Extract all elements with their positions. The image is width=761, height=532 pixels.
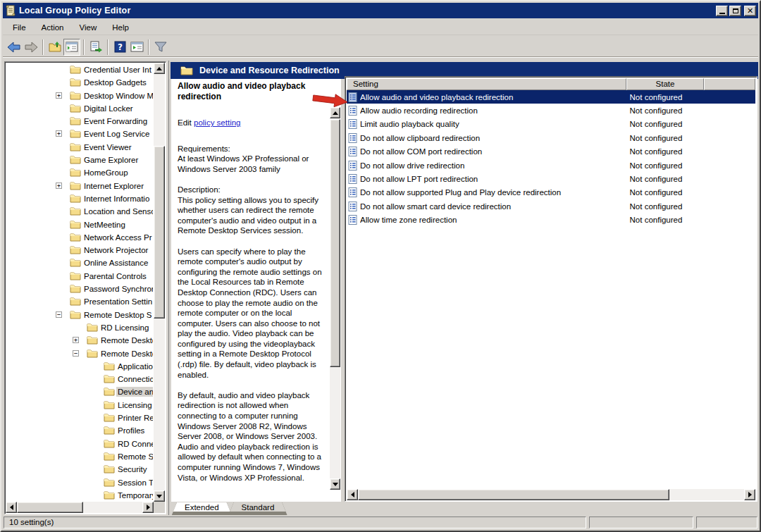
- menu-help[interactable]: Help: [109, 22, 132, 33]
- tree-item-label[interactable]: Game Explorer: [82, 155, 140, 165]
- tree-item-label[interactable]: Application: [116, 361, 153, 371]
- setting-name[interactable]: Allow audio recording redirection: [360, 106, 619, 115]
- tree-item-label[interactable]: Temporary: [116, 490, 153, 500]
- settings-list-row[interactable]: Do not allow COM port redirectionNot con…: [347, 145, 755, 159]
- tree-item-label[interactable]: Session Tin: [116, 478, 153, 488]
- tree-item[interactable]: RD Licensing: [6, 321, 153, 334]
- tree-item-label[interactable]: Security: [116, 464, 149, 474]
- description-vertical-scrollbar[interactable]: [330, 107, 340, 490]
- up-one-level-button[interactable]: [47, 39, 63, 56]
- tree-item[interactable]: Presentation Settin: [6, 295, 153, 308]
- setting-name[interactable]: Do not allow drive redirection: [360, 161, 619, 170]
- tree-item[interactable]: Printer Rec: [6, 412, 153, 424]
- tree-item[interactable]: +Remote Deskto: [6, 334, 153, 347]
- tree-item-label[interactable]: Remote Deskto: [99, 349, 153, 359]
- tree-item-label[interactable]: Desktop Window M: [82, 91, 153, 101]
- tree-item-label[interactable]: Remote Deskto: [99, 335, 153, 345]
- maximize-button[interactable]: [729, 6, 741, 16]
- tree-item[interactable]: Internet Informatio: [6, 192, 153, 205]
- setting-name[interactable]: Do not allow LPT port redirection: [360, 175, 619, 183]
- tree-item[interactable]: Security: [6, 463, 153, 476]
- scroll-left-button[interactable]: [6, 502, 17, 513]
- tree-item-label[interactable]: Credential User Int: [82, 65, 153, 75]
- settings-list-row[interactable]: Do not allow LPT port redirectionNot con…: [347, 172, 755, 185]
- tree-item[interactable]: Device and: [6, 385, 153, 398]
- tree-item[interactable]: Connection: [6, 373, 153, 385]
- menu-view[interactable]: View: [76, 22, 101, 33]
- settings-list-row[interactable]: Allow audio recording redirectionNot con…: [347, 104, 755, 117]
- tree-item[interactable]: +Desktop Window M: [6, 89, 153, 102]
- tree-item[interactable]: Event Viewer: [6, 141, 153, 154]
- tree-item-label[interactable]: RD Connec: [116, 439, 153, 449]
- scroll-up-button[interactable]: [154, 63, 165, 74]
- tree-item[interactable]: Event Forwarding: [6, 115, 153, 128]
- forward-button[interactable]: [23, 39, 39, 56]
- settings-list-row[interactable]: Limit audio playback qualityNot configur…: [347, 118, 755, 131]
- scrollbar-thumb[interactable]: [17, 502, 83, 513]
- tree-item-label[interactable]: Network Access Pr: [82, 233, 153, 242]
- tree-item-label[interactable]: RD Licensing: [99, 323, 150, 333]
- tree-item[interactable]: Location and Senso: [6, 205, 153, 218]
- tree-item-label[interactable]: Parental Controls: [82, 271, 148, 281]
- show-console-tree-button[interactable]: [63, 39, 80, 56]
- tree-item[interactable]: −Remote Desktop S: [6, 309, 153, 321]
- back-button[interactable]: [6, 39, 23, 56]
- tree-item-label[interactable]: Event Viewer: [82, 142, 133, 152]
- help-button[interactable]: ?: [111, 39, 128, 56]
- tree-item-label[interactable]: HomeGroup: [82, 168, 130, 178]
- tree-item[interactable]: Desktop Gadgets: [6, 76, 153, 89]
- tree-item-label[interactable]: Printer Rec: [116, 413, 153, 423]
- setting-name[interactable]: Limit audio playback quality: [360, 120, 619, 128]
- expand-plus-icon[interactable]: +: [56, 183, 62, 189]
- tree-item[interactable]: −Remote Deskto: [6, 347, 153, 360]
- settings-list-row[interactable]: Do not allow clipboard redirectionNot co…: [347, 131, 755, 144]
- tree-item[interactable]: Password Synchron: [6, 283, 153, 295]
- tree-item[interactable]: Credential User Int: [6, 63, 153, 76]
- settings-list-row[interactable]: Allow audio and video playback redirecti…: [347, 90, 755, 104]
- tree-item[interactable]: Digital Locker: [6, 102, 153, 115]
- title-bar[interactable]: Local Group Policy Editor ✕: [3, 3, 758, 18]
- scroll-right-button[interactable]: [744, 489, 755, 500]
- expand-plus-icon[interactable]: +: [56, 92, 62, 99]
- tree-item[interactable]: +Internet Explorer: [6, 180, 153, 192]
- tree-item-label[interactable]: Internet Explorer: [82, 181, 145, 191]
- tab-extended[interactable]: Extended: [172, 501, 232, 512]
- tree-item[interactable]: Remote Se: [6, 450, 153, 463]
- tree-item[interactable]: Session Tin: [6, 476, 153, 489]
- setting-name[interactable]: Do not allow supported Plug and Play dev…: [360, 188, 619, 197]
- tree-item-label[interactable]: Password Synchron: [82, 284, 153, 294]
- tree-item[interactable]: HomeGroup: [6, 166, 153, 179]
- settings-list-row[interactable]: Allow time zone redirectionNot configure…: [347, 214, 755, 227]
- tree-item-label[interactable]: Device and: [116, 387, 153, 397]
- scrollbar-thumb[interactable]: [154, 146, 165, 318]
- menu-file[interactable]: File: [9, 22, 30, 33]
- expand-plus-icon[interactable]: +: [56, 130, 62, 137]
- tree-item[interactable]: RD Connec: [6, 438, 153, 450]
- scroll-down-button[interactable]: [154, 490, 165, 502]
- settings-list-row[interactable]: Do not allow supported Plug and Play dev…: [347, 186, 755, 199]
- list-horizontal-scrollbar[interactable]: [347, 489, 755, 500]
- tree-item[interactable]: Game Explorer: [6, 154, 153, 166]
- tree-item-label[interactable]: Network Projector: [82, 245, 149, 255]
- tree-item-label[interactable]: Event Forwarding: [82, 116, 149, 126]
- tree-item[interactable]: NetMeeting: [6, 218, 153, 231]
- collapse-minus-icon[interactable]: −: [56, 311, 62, 318]
- tree-item-label[interactable]: Desktop Gadgets: [82, 78, 148, 87]
- tree-item-label[interactable]: Remote Se: [116, 452, 153, 462]
- tree-item-label[interactable]: Online Assistance: [82, 258, 149, 268]
- tree-item[interactable]: Network Access Pr: [6, 231, 153, 244]
- menu-action[interactable]: Action: [38, 22, 68, 33]
- setting-name[interactable]: Do not allow clipboard redirection: [360, 134, 619, 142]
- tree-item-label[interactable]: Location and Senso: [82, 206, 153, 216]
- tree-item[interactable]: Parental Controls: [6, 270, 153, 283]
- tree-item-label[interactable]: Event Log Service: [82, 129, 151, 139]
- close-button[interactable]: ✕: [744, 6, 756, 16]
- column-header-state[interactable]: State: [626, 78, 704, 90]
- minimize-button[interactable]: [716, 6, 728, 16]
- scroll-down-button[interactable]: [330, 478, 340, 490]
- filter-button[interactable]: [152, 39, 169, 56]
- tree-item[interactable]: Profiles: [6, 424, 153, 437]
- tree-item[interactable]: +Event Log Service: [6, 128, 153, 140]
- setting-name[interactable]: Allow time zone redirection: [360, 216, 619, 224]
- collapse-minus-icon[interactable]: −: [73, 350, 79, 357]
